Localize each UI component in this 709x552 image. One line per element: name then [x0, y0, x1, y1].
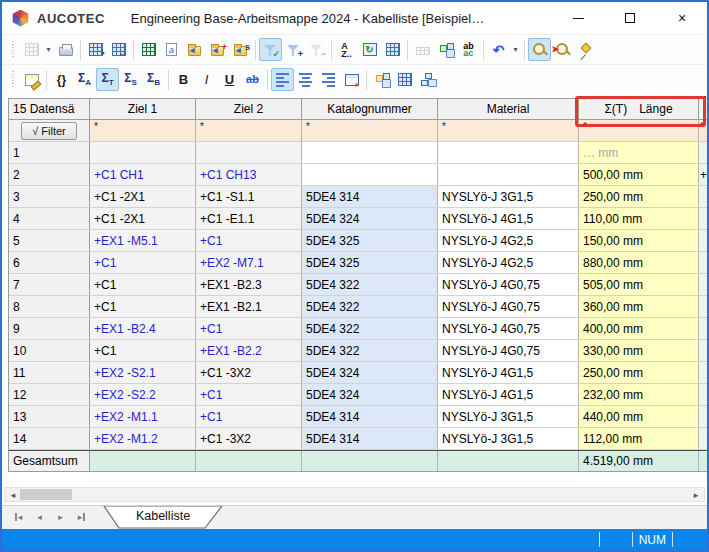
cell-ziel2[interactable]: +C1	[196, 318, 302, 339]
align-center-button[interactable]	[294, 68, 317, 91]
bold-button[interactable]: B	[172, 68, 195, 91]
cell-laenge[interactable]: 400,00 mm	[579, 318, 699, 339]
filter-remove-button[interactable]: −	[305, 38, 328, 61]
horizontal-scrollbar[interactable]	[4, 487, 705, 502]
cell-ziel2[interactable]: +C1	[196, 406, 302, 427]
cell-katalognummer[interactable]: 5DE4 314	[302, 186, 438, 207]
cell-ziel2[interactable]: +C1	[196, 230, 302, 251]
italic-button[interactable]: I	[195, 68, 218, 91]
scroll-thumb[interactable]	[20, 489, 72, 500]
filter-button[interactable]: √ Filter	[21, 122, 77, 140]
cell-ziel2[interactable]: +EX2 -M7.1	[196, 252, 302, 273]
sum-t-button[interactable]: ΣT	[96, 68, 119, 91]
braces-button[interactable]: {}	[50, 68, 73, 91]
cell-ziel2[interactable]: +C1 -3X2	[196, 428, 302, 449]
sort-button[interactable]: AZ..	[335, 38, 358, 61]
row-number[interactable]: 6	[9, 252, 90, 273]
header-ziel2[interactable]: Ziel 2	[196, 99, 302, 119]
cell-ziel2[interactable]: +C1 -E1.1	[196, 208, 302, 229]
cell-material[interactable]: NYSLYö-J 4G1,5	[438, 208, 579, 229]
cell-extra[interactable]	[699, 142, 709, 163]
cell-laenge[interactable]: 150,00 mm	[579, 230, 699, 251]
row-number[interactable]: 1	[9, 142, 90, 163]
refresh-button[interactable]: ↻	[358, 38, 381, 61]
cell-material[interactable]: NYSLYö-J 4G0,75	[438, 296, 579, 317]
import-special-button[interactable]: ◂s	[229, 38, 252, 61]
cell-ziel2[interactable]: +EX1 -B2.2	[196, 340, 302, 361]
cell-extra[interactable]	[699, 406, 709, 427]
row-number[interactable]: 9	[9, 318, 90, 339]
cell-laenge[interactable]: 330,00 mm	[579, 340, 699, 361]
cell-material[interactable]: NYSLYö-J 4G0,75	[438, 274, 579, 295]
align-left-button[interactable]	[271, 68, 294, 91]
cell-extra[interactable]	[699, 340, 709, 361]
cell-laenge[interactable]: 500,00 mm	[579, 164, 699, 185]
cell-material[interactable]: NYSLYö-J 3G1,5	[438, 186, 579, 207]
strikethrough-button[interactable]: ab	[241, 68, 264, 91]
filter-katalognummer[interactable]: *	[302, 120, 438, 141]
header-laenge[interactable]: Σ(T) Länge	[579, 99, 699, 119]
sum-s-button[interactable]: ΣS	[119, 68, 142, 91]
sheet-tab-kabelliste[interactable]: Kabelliste	[102, 506, 224, 529]
cell-ziel2[interactable]: +C1 CH13	[196, 164, 302, 185]
last-sheet-button[interactable]	[71, 506, 92, 527]
filter-toggle-button[interactable]: ✓	[259, 38, 282, 61]
cell-laenge[interactable]: … mm	[579, 142, 699, 163]
cell-material[interactable]: NYSLYö-J 4G2,5	[438, 230, 579, 251]
cell-extra[interactable]	[699, 362, 709, 383]
sum-a-button[interactable]: ΣA	[73, 68, 96, 91]
filter-material[interactable]: *	[438, 120, 579, 141]
cell-extra[interactable]	[699, 318, 709, 339]
cell-laenge[interactable]: 110,00 mm	[579, 208, 699, 229]
cell-material[interactable]: NYSLYö-J 4G2,5	[438, 252, 579, 273]
toolbar-grip[interactable]	[10, 71, 16, 89]
cell-material[interactable]: NYSLYö-J 4G0,75	[438, 318, 579, 339]
tree-view-button[interactable]	[416, 68, 439, 91]
cell-extra[interactable]	[699, 384, 709, 405]
filter-add-button[interactable]: +	[282, 38, 305, 61]
cell-material[interactable]: NYSLYö-J 4G1,5	[438, 362, 579, 383]
row-number[interactable]: 8	[9, 296, 90, 317]
cell-katalognummer[interactable]: 5DE4 325	[302, 230, 438, 251]
zoom-button[interactable]	[528, 38, 551, 61]
cell-ziel1[interactable]: +EX2 -M1.1	[90, 406, 196, 427]
undo-dropdown[interactable]: ▾	[510, 38, 521, 61]
header-record-count[interactable]: 15 Datensä	[9, 99, 90, 119]
save-view-button[interactable]: ▪	[84, 38, 107, 61]
header-material[interactable]: Material	[438, 99, 579, 119]
filter-ziel2[interactable]: *	[196, 120, 302, 141]
row-number[interactable]: 14	[9, 428, 90, 449]
cell-ziel1[interactable]: +C1 -2X1	[90, 186, 196, 207]
cell-material[interactable]: NYSLYö-J 4G0,75	[438, 340, 579, 361]
sum-b-button[interactable]: ΣB	[142, 68, 165, 91]
hierarchy-button[interactable]	[370, 68, 393, 91]
cell-ziel2[interactable]: +C1 -S1.1	[196, 186, 302, 207]
header-katalognummer[interactable]: Katalognummer	[302, 99, 438, 119]
new-view-button[interactable]	[20, 38, 43, 61]
cell-extra[interactable]	[699, 296, 709, 317]
row-number[interactable]: 2	[9, 164, 90, 185]
cell-ziel1[interactable]: +C1	[90, 274, 196, 295]
cell-ziel2[interactable]: +C1 -3X2	[196, 362, 302, 383]
zoom-goto-button[interactable]: ➤	[551, 38, 574, 61]
cell-extra[interactable]: +	[699, 164, 709, 185]
cell-ziel1[interactable]: +EX2 -S2.2	[90, 384, 196, 405]
cell-ziel2[interactable]: +EX1 -B2.3	[196, 274, 302, 295]
filter-laenge[interactable]: *	[579, 120, 699, 141]
filter-extra[interactable]: *	[699, 120, 709, 141]
rename-button[interactable]: abac	[457, 38, 480, 61]
new-view-dropdown[interactable]: ▾	[43, 38, 54, 61]
row-number[interactable]: 13	[9, 406, 90, 427]
report-button[interactable]: a	[160, 38, 183, 61]
new-element-button[interactable]	[411, 38, 434, 61]
scroll-right-arrow[interactable]	[688, 488, 704, 501]
first-sheet-button[interactable]	[8, 506, 29, 527]
cell-ziel2[interactable]: +EX1 -B2.1	[196, 296, 302, 317]
cell-ziel1[interactable]: +EX1 -B2.4	[90, 318, 196, 339]
toolbar-grip[interactable]	[10, 41, 16, 59]
cell-extra[interactable]	[699, 230, 709, 251]
cell-katalognummer[interactable]: 5DE4 324	[302, 362, 438, 383]
cell-katalognummer[interactable]: 5DE4 314	[302, 428, 438, 449]
cell-katalognummer[interactable]: 5DE4 322	[302, 296, 438, 317]
cell-laenge[interactable]: 505,00 mm	[579, 274, 699, 295]
